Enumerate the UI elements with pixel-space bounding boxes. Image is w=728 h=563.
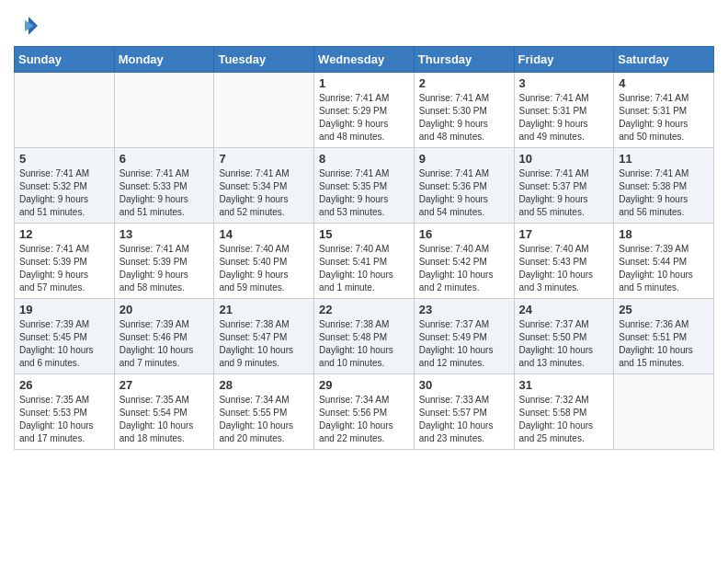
day-info-20: Sunrise: 7:39 AM Sunset: 5:46 PM Dayligh… xyxy=(119,318,210,370)
day-info-28: Sunrise: 7:34 AM Sunset: 5:55 PM Dayligh… xyxy=(219,394,309,445)
day-cell-23: 23Sunrise: 7:37 AM Sunset: 5:49 PM Dayli… xyxy=(414,299,514,374)
day-number-6: 6 xyxy=(119,152,210,166)
day-info-6: Sunrise: 7:41 AM Sunset: 5:33 PM Dayligh… xyxy=(119,167,210,219)
day-number-18: 18 xyxy=(619,227,709,241)
day-cell-27: 27Sunrise: 7:35 AM Sunset: 5:54 PM Dayli… xyxy=(114,374,214,450)
empty-cell xyxy=(214,73,314,148)
empty-cell xyxy=(15,73,115,148)
day-info-11: Sunrise: 7:41 AM Sunset: 5:38 PM Dayligh… xyxy=(619,167,709,219)
day-info-27: Sunrise: 7:35 AM Sunset: 5:54 PM Dayligh… xyxy=(119,394,210,445)
day-cell-21: 21Sunrise: 7:38 AM Sunset: 5:47 PM Dayli… xyxy=(214,299,314,374)
day-number-11: 11 xyxy=(619,152,709,166)
day-number-2: 2 xyxy=(419,76,509,90)
day-number-20: 20 xyxy=(119,303,210,316)
day-cell-28: 28Sunrise: 7:34 AM Sunset: 5:55 PM Dayli… xyxy=(214,374,314,450)
day-cell-1: 1Sunrise: 7:41 AM Sunset: 5:29 PM Daylig… xyxy=(314,73,415,148)
day-cell-22: 22Sunrise: 7:38 AM Sunset: 5:48 PM Dayli… xyxy=(314,299,415,374)
day-info-3: Sunrise: 7:41 AM Sunset: 5:31 PM Dayligh… xyxy=(519,92,609,144)
day-cell-14: 14Sunrise: 7:40 AM Sunset: 5:40 PM Dayli… xyxy=(214,224,314,299)
weekday-header-friday: Friday xyxy=(514,47,614,73)
day-info-29: Sunrise: 7:34 AM Sunset: 5:56 PM Dayligh… xyxy=(319,394,409,445)
day-info-16: Sunrise: 7:40 AM Sunset: 5:42 PM Dayligh… xyxy=(419,243,509,294)
page-header xyxy=(14,9,714,39)
day-number-29: 29 xyxy=(319,378,409,392)
day-cell-15: 15Sunrise: 7:40 AM Sunset: 5:41 PM Dayli… xyxy=(314,224,415,299)
day-number-7: 7 xyxy=(219,152,309,166)
day-number-30: 30 xyxy=(419,378,509,392)
day-cell-17: 17Sunrise: 7:40 AM Sunset: 5:43 PM Dayli… xyxy=(514,224,614,299)
day-info-18: Sunrise: 7:39 AM Sunset: 5:44 PM Dayligh… xyxy=(619,243,709,294)
day-info-8: Sunrise: 7:41 AM Sunset: 5:35 PM Dayligh… xyxy=(319,167,409,219)
day-number-19: 19 xyxy=(19,303,109,316)
week-row-5: 26Sunrise: 7:35 AM Sunset: 5:53 PM Dayli… xyxy=(15,374,714,450)
day-number-25: 25 xyxy=(619,303,709,316)
day-cell-18: 18Sunrise: 7:39 AM Sunset: 5:44 PM Dayli… xyxy=(614,224,714,299)
day-info-17: Sunrise: 7:40 AM Sunset: 5:43 PM Dayligh… xyxy=(519,243,609,294)
day-number-16: 16 xyxy=(419,227,509,241)
day-number-8: 8 xyxy=(319,152,409,166)
week-row-3: 12Sunrise: 7:41 AM Sunset: 5:39 PM Dayli… xyxy=(15,224,714,299)
day-number-10: 10 xyxy=(519,152,609,166)
day-cell-29: 29Sunrise: 7:34 AM Sunset: 5:56 PM Dayli… xyxy=(314,374,415,450)
day-cell-13: 13Sunrise: 7:41 AM Sunset: 5:39 PM Dayli… xyxy=(114,224,214,299)
weekday-header-sunday: Sunday xyxy=(15,47,115,73)
day-info-12: Sunrise: 7:41 AM Sunset: 5:39 PM Dayligh… xyxy=(19,243,109,294)
day-number-4: 4 xyxy=(619,76,709,90)
day-cell-5: 5Sunrise: 7:41 AM Sunset: 5:32 PM Daylig… xyxy=(15,148,115,224)
day-number-5: 5 xyxy=(19,152,109,166)
day-number-21: 21 xyxy=(219,303,309,316)
day-info-31: Sunrise: 7:32 AM Sunset: 5:58 PM Dayligh… xyxy=(519,394,609,445)
weekday-header-monday: Monday xyxy=(114,47,214,73)
day-info-4: Sunrise: 7:41 AM Sunset: 5:31 PM Dayligh… xyxy=(619,92,709,144)
day-info-22: Sunrise: 7:38 AM Sunset: 5:48 PM Dayligh… xyxy=(319,318,409,370)
day-cell-6: 6Sunrise: 7:41 AM Sunset: 5:33 PM Daylig… xyxy=(114,148,214,224)
day-info-19: Sunrise: 7:39 AM Sunset: 5:45 PM Dayligh… xyxy=(19,318,109,370)
weekday-header-row: SundayMondayTuesdayWednesdayThursdayFrid… xyxy=(15,47,714,73)
day-number-26: 26 xyxy=(19,378,109,392)
weekday-header-wednesday: Wednesday xyxy=(314,47,415,73)
day-cell-20: 20Sunrise: 7:39 AM Sunset: 5:46 PM Dayli… xyxy=(114,299,214,374)
day-number-31: 31 xyxy=(519,378,609,392)
day-info-14: Sunrise: 7:40 AM Sunset: 5:40 PM Dayligh… xyxy=(219,243,309,294)
week-row-2: 5Sunrise: 7:41 AM Sunset: 5:32 PM Daylig… xyxy=(15,148,714,224)
day-cell-10: 10Sunrise: 7:41 AM Sunset: 5:37 PM Dayli… xyxy=(514,148,614,224)
day-number-17: 17 xyxy=(519,227,609,241)
week-row-4: 19Sunrise: 7:39 AM Sunset: 5:45 PM Dayli… xyxy=(15,299,714,374)
day-number-24: 24 xyxy=(519,303,609,316)
logo xyxy=(14,13,43,39)
day-info-13: Sunrise: 7:41 AM Sunset: 5:39 PM Dayligh… xyxy=(119,243,210,294)
day-info-10: Sunrise: 7:41 AM Sunset: 5:37 PM Dayligh… xyxy=(519,167,609,219)
day-info-25: Sunrise: 7:36 AM Sunset: 5:51 PM Dayligh… xyxy=(619,318,709,370)
day-cell-19: 19Sunrise: 7:39 AM Sunset: 5:45 PM Dayli… xyxy=(15,299,115,374)
day-number-14: 14 xyxy=(219,227,309,241)
day-number-12: 12 xyxy=(19,227,109,241)
day-cell-26: 26Sunrise: 7:35 AM Sunset: 5:53 PM Dayli… xyxy=(15,374,115,450)
day-info-26: Sunrise: 7:35 AM Sunset: 5:53 PM Dayligh… xyxy=(19,394,109,445)
day-info-5: Sunrise: 7:41 AM Sunset: 5:32 PM Dayligh… xyxy=(19,167,109,219)
day-info-7: Sunrise: 7:41 AM Sunset: 5:34 PM Dayligh… xyxy=(219,167,309,219)
day-info-24: Sunrise: 7:37 AM Sunset: 5:50 PM Dayligh… xyxy=(519,318,609,370)
day-number-27: 27 xyxy=(119,378,210,392)
weekday-header-thursday: Thursday xyxy=(414,47,514,73)
day-number-22: 22 xyxy=(319,303,409,316)
day-info-9: Sunrise: 7:41 AM Sunset: 5:36 PM Dayligh… xyxy=(419,167,509,219)
calendar: SundayMondayTuesdayWednesdayThursdayFrid… xyxy=(14,46,714,450)
day-number-13: 13 xyxy=(119,227,210,241)
empty-cell xyxy=(614,374,714,450)
day-cell-12: 12Sunrise: 7:41 AM Sunset: 5:39 PM Dayli… xyxy=(15,224,115,299)
day-info-1: Sunrise: 7:41 AM Sunset: 5:29 PM Dayligh… xyxy=(319,92,409,144)
day-number-1: 1 xyxy=(319,76,409,90)
weekday-header-tuesday: Tuesday xyxy=(214,47,314,73)
day-info-21: Sunrise: 7:38 AM Sunset: 5:47 PM Dayligh… xyxy=(219,318,309,370)
day-cell-9: 9Sunrise: 7:41 AM Sunset: 5:36 PM Daylig… xyxy=(414,148,514,224)
logo-icon xyxy=(14,13,40,39)
day-cell-2: 2Sunrise: 7:41 AM Sunset: 5:30 PM Daylig… xyxy=(414,73,514,148)
day-cell-8: 8Sunrise: 7:41 AM Sunset: 5:35 PM Daylig… xyxy=(314,148,415,224)
day-info-23: Sunrise: 7:37 AM Sunset: 5:49 PM Dayligh… xyxy=(419,318,509,370)
weekday-header-saturday: Saturday xyxy=(614,47,714,73)
empty-cell xyxy=(114,73,214,148)
week-row-1: 1Sunrise: 7:41 AM Sunset: 5:29 PM Daylig… xyxy=(15,73,714,148)
day-number-9: 9 xyxy=(419,152,509,166)
day-info-15: Sunrise: 7:40 AM Sunset: 5:41 PM Dayligh… xyxy=(319,243,409,294)
day-cell-30: 30Sunrise: 7:33 AM Sunset: 5:57 PM Dayli… xyxy=(414,374,514,450)
